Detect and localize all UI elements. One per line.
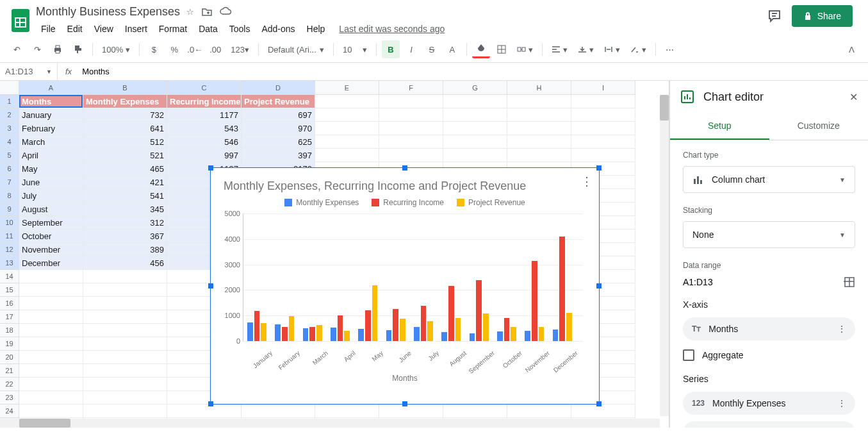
- cell[interactable]: [443, 135, 507, 149]
- cell[interactable]: [507, 149, 571, 162]
- resize-handle[interactable]: [208, 401, 213, 406]
- cell[interactable]: November: [19, 243, 83, 256]
- cell[interactable]: [571, 95, 635, 108]
- column-header[interactable]: E: [315, 81, 379, 95]
- cell[interactable]: 345: [83, 203, 167, 216]
- field-menu-button[interactable]: ⋮: [837, 324, 846, 334]
- cell[interactable]: [242, 405, 315, 418]
- row-header[interactable]: 4: [0, 135, 19, 149]
- cell[interactable]: [379, 95, 443, 108]
- column-header[interactable]: A: [19, 81, 83, 95]
- cell[interactable]: 970: [242, 122, 315, 135]
- cell[interactable]: February: [19, 122, 83, 135]
- select-all-cell[interactable]: [0, 81, 19, 95]
- merge-cells-dropdown[interactable]: ▾: [513, 42, 537, 57]
- cell[interactable]: [379, 405, 443, 418]
- row-header[interactable]: 20: [0, 351, 19, 364]
- cloud-status-icon[interactable]: [220, 7, 231, 17]
- cell[interactable]: [379, 122, 443, 135]
- aggregate-checkbox[interactable]: [683, 349, 694, 361]
- row-header[interactable]: 8: [0, 189, 19, 203]
- resize-handle[interactable]: [596, 401, 602, 406]
- cell[interactable]: [19, 283, 83, 297]
- row-header[interactable]: 16: [0, 297, 19, 310]
- cell[interactable]: April: [19, 149, 83, 162]
- cell[interactable]: [83, 324, 167, 337]
- cell[interactable]: September: [19, 216, 83, 230]
- print-button[interactable]: [49, 40, 67, 58]
- resize-handle[interactable]: [596, 283, 602, 288]
- collapse-toolbar-button[interactable]: ᐱ: [842, 40, 860, 58]
- cell[interactable]: [19, 297, 83, 310]
- menu-file[interactable]: File: [36, 21, 61, 37]
- tab-customize[interactable]: Customize: [769, 113, 869, 140]
- cell[interactable]: [443, 149, 507, 162]
- cell[interactable]: 543: [167, 122, 242, 135]
- cell[interactable]: 421: [83, 176, 167, 189]
- menu-data[interactable]: Data: [193, 21, 223, 37]
- row-header[interactable]: 19: [0, 337, 19, 351]
- stacking-select[interactable]: None ▼: [683, 221, 855, 248]
- cell[interactable]: [315, 95, 379, 108]
- increase-decimal-button[interactable]: .00: [206, 40, 224, 58]
- row-header[interactable]: 5: [0, 149, 19, 162]
- cell[interactable]: [19, 378, 83, 391]
- field-menu-button[interactable]: ⋮: [837, 398, 846, 408]
- row-header[interactable]: 12: [0, 243, 19, 256]
- last-edit-link[interactable]: Last edit was seconds ago: [339, 24, 445, 34]
- cell[interactable]: [83, 391, 167, 405]
- comments-icon[interactable]: [767, 9, 782, 23]
- strikethrough-button[interactable]: S: [423, 40, 441, 58]
- row-header[interactable]: 13: [0, 256, 19, 270]
- cell[interactable]: Months: [19, 95, 83, 108]
- cell[interactable]: [507, 122, 571, 135]
- row-header[interactable]: 24: [0, 405, 19, 418]
- cell[interactable]: [571, 149, 635, 162]
- cell[interactable]: June: [19, 176, 83, 189]
- row-header[interactable]: 15: [0, 283, 19, 297]
- menu-insert[interactable]: Insert: [120, 21, 152, 37]
- column-header[interactable]: G: [443, 81, 507, 95]
- cell[interactable]: [507, 405, 571, 418]
- cell[interactable]: 697: [242, 108, 315, 122]
- cell[interactable]: Recurring Income: [167, 95, 242, 108]
- cell[interactable]: [315, 135, 379, 149]
- more-toolbar-button[interactable]: ⋯: [661, 40, 679, 58]
- resize-handle[interactable]: [208, 165, 213, 171]
- cell[interactable]: Monthly Expenses: [83, 95, 167, 108]
- cell[interactable]: [507, 95, 571, 108]
- cell[interactable]: [571, 122, 635, 135]
- cell[interactable]: March: [19, 135, 83, 149]
- cell[interactable]: [507, 135, 571, 149]
- format-percent-button[interactable]: %: [165, 40, 183, 58]
- menu-help[interactable]: Help: [302, 21, 331, 37]
- sheets-logo[interactable]: [8, 8, 33, 33]
- redo-button[interactable]: ↷: [28, 40, 46, 58]
- cell[interactable]: 541: [83, 189, 167, 203]
- menu-edit[interactable]: Edit: [62, 21, 88, 37]
- cell[interactable]: May: [19, 162, 83, 176]
- cell[interactable]: [315, 108, 379, 122]
- format-currency-button[interactable]: $: [145, 40, 163, 58]
- cell[interactable]: [571, 135, 635, 149]
- cell[interactable]: 512: [83, 135, 167, 149]
- text-color-button[interactable]: A: [443, 40, 461, 58]
- row-header[interactable]: 14: [0, 270, 19, 283]
- cell[interactable]: [443, 108, 507, 122]
- cell[interactable]: [443, 405, 507, 418]
- column-header[interactable]: D: [242, 81, 315, 95]
- menu-view[interactable]: View: [89, 21, 119, 37]
- row-header[interactable]: 3: [0, 122, 19, 135]
- cell[interactable]: [379, 135, 443, 149]
- cell[interactable]: [19, 337, 83, 351]
- cell[interactable]: [19, 351, 83, 364]
- vertical-scrollbar[interactable]: [660, 95, 669, 416]
- bold-button[interactable]: B: [382, 40, 400, 58]
- cell[interactable]: [83, 378, 167, 391]
- cell[interactable]: [315, 122, 379, 135]
- menu-addons[interactable]: Add-ons: [256, 21, 300, 37]
- row-header[interactable]: 1: [0, 95, 19, 108]
- cell[interactable]: October: [19, 230, 83, 243]
- paint-format-button[interactable]: [69, 40, 87, 58]
- cell[interactable]: [443, 122, 507, 135]
